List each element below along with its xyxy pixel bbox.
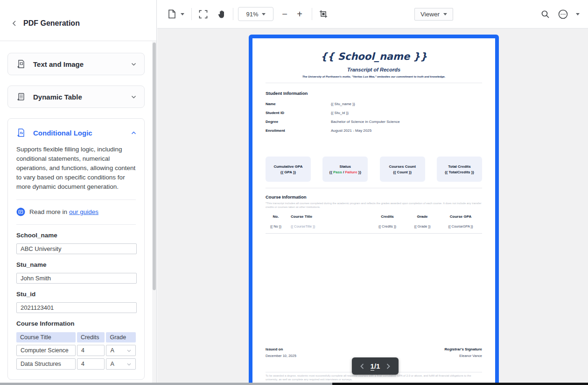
cell-title: {{ CourseTitle }} (286, 224, 369, 228)
section-toggle-text-and-image[interactable]: Text and Image (8, 53, 144, 75)
toolbar-divider (233, 8, 233, 20)
guide-book-icon (16, 207, 25, 216)
field-label-stu-name: Stu_name (16, 261, 136, 268)
credits-input[interactable]: 4 (77, 358, 105, 370)
stu-id-input[interactable] (16, 302, 137, 313)
credits-input[interactable]: 4 (77, 345, 105, 356)
grade-value: A (110, 361, 114, 367)
page-layout-button[interactable] (165, 7, 178, 21)
zoom-level-dropdown[interactable]: 91% (238, 7, 273, 21)
viewer-mode-dropdown[interactable]: Viewer (414, 8, 453, 21)
info-label: Enrollment (266, 128, 331, 133)
field-label-stu-id: Stu_id (16, 291, 136, 298)
stu-name-input[interactable] (16, 273, 137, 284)
stat-value: {{ Count }} (393, 170, 412, 174)
divider (266, 83, 482, 83)
scrollbar-thumb[interactable] (332, 383, 588, 385)
column-header-grade: Grade (406, 214, 439, 219)
column-header-course-title: Course Title (16, 332, 76, 342)
hand-icon (217, 10, 226, 19)
scrollbar-thumb[interactable] (153, 43, 156, 290)
course-title-input[interactable]: Computer Science (16, 345, 76, 356)
student-info-heading: Student Information (266, 91, 482, 96)
toolbar-divider (191, 8, 192, 20)
stat-card-gpa: Cumulative GPA {{ GPA }} (266, 157, 311, 182)
divider (266, 188, 482, 188)
course-information-heading: Course Information (16, 320, 136, 327)
current-page-input[interactable]: 1 (371, 362, 374, 371)
school-name-input[interactable] (16, 243, 137, 254)
fit-screen-icon (199, 10, 208, 19)
read-more-row: Read more in our guides (16, 207, 136, 216)
cell-gpa: {{ CourseGPA }} (439, 224, 482, 228)
course-table-template-row: {{ No }} {{ CourseTitle }} {{ Credits }}… (266, 224, 482, 234)
pdf-generation-app: PDF Generation Text and Image (0, 0, 588, 385)
more-options-dropdown[interactable] (574, 8, 581, 21)
chevron-down-icon (131, 94, 137, 100)
column-header-credits: Credits (369, 214, 406, 219)
caret-down-icon (181, 13, 184, 15)
stat-card-status: Status {{ Pass / Failure }} (322, 157, 368, 182)
stat-card-count: Courses Count {{ Count }} (380, 157, 425, 182)
section-label: Conditional Logic (33, 129, 92, 137)
table-row: Computer Science 4 A (16, 345, 136, 356)
fit-to-page-button[interactable] (196, 7, 210, 21)
grade-select[interactable]: A (106, 345, 136, 356)
info-row: Student ID {{ Stu_id }} (266, 108, 482, 117)
zoom-in-button[interactable]: + (292, 9, 307, 20)
pdf-viewer-canvas[interactable]: {{ School_name }} Transcript of Records … (157, 29, 588, 385)
grade-select[interactable]: A (106, 358, 136, 370)
course-info-heading: Course Information (266, 194, 482, 200)
course-title-input[interactable]: Data Structures (16, 358, 76, 370)
sidebar-header: PDF Generation (0, 0, 156, 41)
sidebar: PDF Generation Text and Image (0, 0, 157, 385)
column-header-grade: Grade (106, 332, 136, 342)
document-footer: Issued on December 10, 2025 Registrar's … (266, 347, 482, 358)
pan-tool-button[interactable] (215, 7, 228, 21)
caret-down-icon (443, 13, 447, 15)
column-header-no: No. (266, 214, 286, 219)
section-label: Dynamic Table (33, 93, 82, 101)
info-label: Student ID (266, 111, 331, 115)
search-button[interactable] (539, 8, 552, 21)
sidebar-content: Text and Image Dynamic (0, 42, 152, 383)
cell-credits: {{ Credits }} (369, 224, 406, 228)
zoom-out-button[interactable]: − (277, 9, 292, 20)
caret-down-icon (576, 13, 580, 15)
section-toggle-conditional-logic[interactable]: fx Conditional Logic (8, 119, 144, 143)
section-card-dynamic-table: Dynamic Table (7, 86, 145, 108)
pass-text: Pass (333, 170, 342, 174)
stat-title: Cumulative GPA (273, 164, 302, 169)
conditional-logic-description: Supports flexible filling logic, includi… (16, 145, 136, 192)
issued-on-date: December 10, 2025 (266, 354, 296, 358)
section-toggle-dynamic-table[interactable]: Dynamic Table (8, 86, 144, 107)
page-layout-dropdown[interactable] (178, 7, 187, 21)
more-options-button[interactable] (556, 8, 569, 21)
info-value: August 2021 - May 2025 (331, 128, 371, 133)
svg-text:fx: fx (20, 131, 23, 135)
info-label: Degree (266, 120, 331, 124)
document-subtitle: Transcript of Records (266, 66, 482, 73)
chevron-down-icon (126, 348, 132, 353)
crop-image-icon (319, 9, 328, 19)
back-button[interactable] (9, 18, 20, 29)
sidebar-scrollbar[interactable] (152, 42, 156, 383)
page-title: PDF Generation (23, 19, 80, 28)
column-header-credits: Credits (77, 332, 105, 342)
stat-value: {{ GPA }} (280, 170, 296, 174)
table-header-row: Course Title Credits Grade (16, 332, 136, 342)
read-more-text: Read more in (29, 208, 67, 215)
pdf-page-preview[interactable]: {{ School_name }} Transcript of Records … (249, 35, 499, 385)
spacer (266, 234, 482, 347)
stat-title: Total Credits (448, 164, 470, 169)
crop-image-button[interactable] (317, 7, 330, 21)
previous-page-button[interactable] (359, 363, 365, 370)
cell-no: {{ No }} (266, 224, 286, 228)
viewer-toolbar: 91% − + Viewer (157, 0, 588, 29)
info-row: Enrollment August 2021 - May 2025 (266, 126, 482, 135)
chevron-down-icon (131, 61, 137, 67)
guides-link[interactable]: our guides (69, 208, 98, 215)
student-info-rows: Name {{ Stu_name }} Student ID {{ Stu_id… (266, 100, 482, 135)
next-page-button[interactable] (385, 363, 391, 370)
horizontal-scrollbar[interactable] (0, 383, 588, 385)
